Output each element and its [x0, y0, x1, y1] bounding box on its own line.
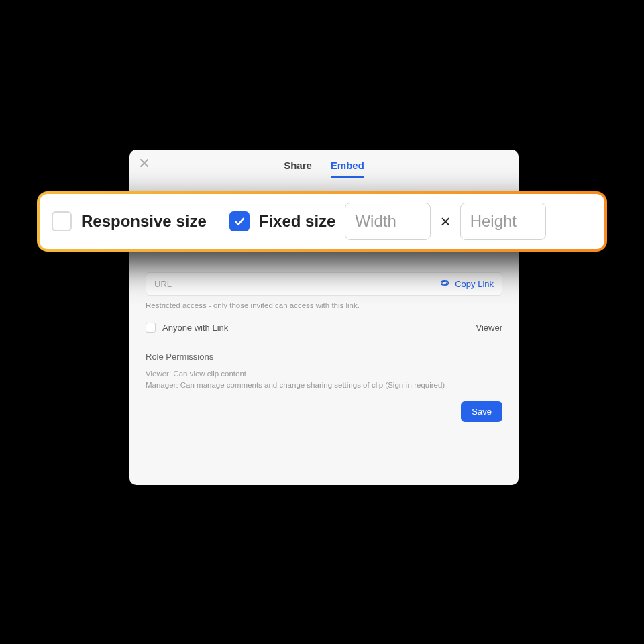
role-permissions-title: Role Permissions: [146, 352, 502, 362]
anyone-with-link-checkbox[interactable]: [146, 323, 156, 333]
close-icon[interactable]: [139, 158, 150, 168]
restricted-access-hint: Restricted access - only those invited c…: [146, 301, 502, 309]
anyone-with-link-row: Anyone with Link Viewer: [146, 323, 502, 333]
responsive-size-checkbox[interactable]: [52, 211, 72, 231]
size-options-bar: Responsive size Fixed size ×: [37, 191, 607, 252]
responsive-size-label: Responsive size: [81, 212, 207, 231]
link-icon: [439, 278, 451, 290]
tab-embed[interactable]: Embed: [331, 160, 364, 178]
copy-link-button[interactable]: Copy Link: [439, 278, 494, 290]
manager-permission-line: Manager: Can manage comments and change …: [146, 380, 502, 391]
dimension-separator: ×: [440, 211, 450, 232]
url-placeholder: URL: [154, 279, 172, 289]
copy-link-label: Copy Link: [455, 279, 494, 289]
height-input[interactable]: [460, 203, 546, 240]
embed-content: URL Copy Link Restricted access - only t…: [146, 272, 502, 422]
url-row: URL Copy Link: [146, 272, 502, 296]
save-button[interactable]: Save: [461, 401, 502, 422]
role-select[interactable]: Viewer: [476, 323, 502, 333]
fixed-size-checkbox[interactable]: [229, 211, 250, 231]
width-input[interactable]: [345, 203, 431, 240]
tab-bar: Share Embed: [129, 150, 519, 178]
fixed-size-label: Fixed size: [259, 212, 336, 231]
anyone-with-link-label: Anyone with Link: [162, 323, 228, 333]
tab-share[interactable]: Share: [284, 160, 312, 178]
role-permissions-description: Viewer: Can view clip content Manager: C…: [146, 368, 502, 392]
viewer-permission-line: Viewer: Can view clip content: [146, 368, 502, 380]
